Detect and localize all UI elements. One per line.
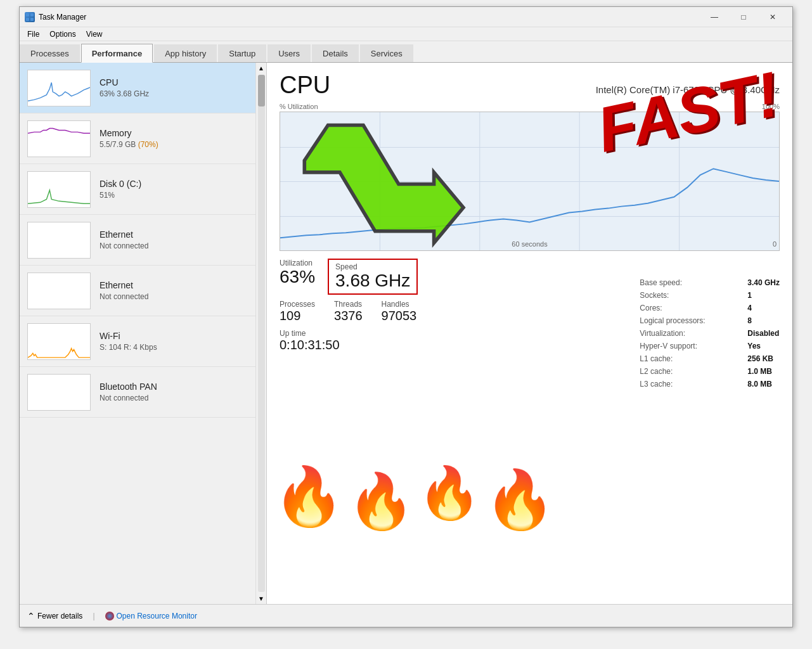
- maximize-button[interactable]: □: [729, 7, 758, 27]
- cpu-thumb: [27, 70, 91, 106]
- scroll-down-button[interactable]: ▼: [256, 593, 267, 604]
- flame1: 🔥: [273, 468, 344, 528]
- ethernet1-name: Ethernet: [100, 229, 259, 240]
- sidebar-item-bluetooth[interactable]: Bluetooth PAN Not connected: [20, 367, 266, 418]
- logical-processors-val: 8: [747, 316, 752, 325]
- speed-label: Speed: [335, 262, 410, 271]
- cpu-info: CPU 63% 3.68 GHz: [100, 77, 259, 98]
- minimize-button[interactable]: —: [700, 7, 729, 27]
- sidebar-item-wifi[interactable]: Wi-Fi S: 104 R: 4 Kbps: [20, 316, 266, 367]
- l1-cache-key: L1 cache:: [640, 354, 735, 363]
- cpu-stat: 63% 3.68 GHz: [100, 89, 259, 98]
- sidebar-item-ethernet1[interactable]: Ethernet Not connected: [20, 215, 266, 266]
- tab-app-history[interactable]: App history: [154, 44, 217, 62]
- chart-labels: % Utilization 100%: [280, 103, 780, 110]
- processes-label: Processes: [280, 300, 315, 309]
- tab-users[interactable]: Users: [267, 44, 311, 62]
- utilization-value: 63%: [280, 267, 315, 287]
- bluetooth-name: Bluetooth PAN: [100, 382, 259, 392]
- sidebar-scrollbar[interactable]: ▲ ▼: [255, 63, 266, 604]
- app-icon: [25, 12, 35, 22]
- wifi-name: Wi-Fi: [100, 331, 259, 341]
- l3-cache-key: L3 cache:: [640, 380, 735, 389]
- sidebar-item-cpu[interactable]: CPU 63% 3.68 GHz: [20, 63, 266, 113]
- cpu-model: Intel(R) Core(TM) i7-6700 CPU @ 3.40GHz: [596, 84, 780, 95]
- bluetooth-stat: Not connected: [100, 394, 259, 402]
- processes-value: 109: [280, 309, 315, 323]
- scroll-thumb[interactable]: [258, 75, 265, 106]
- bottom-bar: ⌃ Fewer details | Open Resource Monitor: [20, 604, 792, 627]
- l3-cache-val: 8.0 MB: [747, 380, 772, 389]
- processes-stat-col: Processes 109: [280, 300, 315, 323]
- tab-processes[interactable]: Processes: [20, 44, 80, 62]
- hyper-v-key: Hyper-V support:: [640, 342, 735, 350]
- titlebar: Task Manager — □ ✕: [20, 7, 792, 27]
- menubar: File Options View: [20, 27, 792, 41]
- disk-name: Disk 0 (C:): [100, 179, 259, 189]
- tab-services[interactable]: Services: [360, 44, 413, 62]
- svg-rect-3: [30, 18, 34, 21]
- cores-val: 4: [747, 304, 752, 312]
- base-speed-val: 3.40 GHz: [747, 278, 780, 287]
- handles-label: Handles: [382, 300, 417, 309]
- task-manager-window: Task Manager — □ ✕ File Options View Pro…: [19, 6, 793, 627]
- svg-rect-2: [26, 18, 29, 21]
- memory-thumb: [27, 120, 91, 157]
- sidebar: CPU 63% 3.68 GHz Memory 5.5/7.9 GB (70%): [20, 63, 267, 604]
- l1-cache-val: 256 KB: [747, 354, 773, 363]
- flame4: 🔥: [484, 471, 555, 528]
- flame2: 🔥: [347, 474, 415, 528]
- sidebar-item-ethernet2[interactable]: Ethernet Not connected: [20, 266, 266, 316]
- chart-y-max: 100%: [762, 103, 780, 110]
- svg-rect-0: [26, 13, 29, 16]
- cpu-name: CPU: [100, 77, 259, 87]
- sidebar-item-disk[interactable]: Disk 0 (C:) 51%: [20, 164, 266, 215]
- sockets-val: 1: [747, 291, 752, 300]
- flame3: 🔥: [418, 468, 481, 528]
- cores-key: Cores:: [640, 304, 735, 312]
- memory-name: Memory: [100, 128, 259, 138]
- main-content: CPU 63% 3.68 GHz Memory 5.5/7.9 GB (70%): [20, 63, 792, 604]
- cpu-chart-section: % Utilization 100%: [280, 103, 780, 251]
- threads-label: Threads: [334, 300, 363, 309]
- cpu-info-table: Base speed: 3.40 GHz Sockets: 1 Cores: 4…: [640, 278, 780, 392]
- ethernet1-info: Ethernet Not connected: [100, 229, 259, 250]
- menu-options[interactable]: Options: [44, 29, 81, 40]
- sidebar-item-memory[interactable]: Memory 5.5/7.9 GB (70%): [20, 113, 266, 164]
- bluetooth-info: Bluetooth PAN Not connected: [100, 382, 259, 402]
- info-hyper-v: Hyper-V support: Yes: [640, 342, 780, 350]
- fewer-details-button[interactable]: ⌃ Fewer details: [27, 611, 82, 621]
- ethernet1-thumb: [27, 222, 91, 259]
- memory-stat: 5.5/7.9 GB (70%): [100, 140, 259, 149]
- l2-cache-val: 1.0 MB: [747, 367, 772, 376]
- window-title: Task Manager: [39, 13, 700, 22]
- close-button[interactable]: ✕: [758, 7, 787, 27]
- disk-info: Disk 0 (C:) 51%: [100, 179, 259, 200]
- disk-stat: 51%: [100, 191, 259, 200]
- speed-stat: Speed 3.68 GHz: [328, 259, 418, 295]
- tab-performance[interactable]: Performance: [81, 44, 153, 63]
- scroll-up-button[interactable]: ▲: [256, 63, 267, 74]
- sockets-key: Sockets:: [640, 291, 735, 300]
- base-speed-key: Base speed:: [640, 278, 735, 287]
- info-logical-processors: Logical processors: 8: [640, 316, 780, 325]
- tab-details[interactable]: Details: [312, 44, 359, 62]
- tab-startup[interactable]: Startup: [218, 44, 266, 62]
- info-l3-cache: L3 cache: 8.0 MB: [640, 380, 780, 389]
- chevron-up-icon: ⌃: [27, 611, 35, 621]
- chart-x-label: 60 seconds: [512, 240, 547, 248]
- virtualization-key: Virtualization:: [640, 329, 735, 338]
- chart-y-min: 0: [773, 240, 777, 248]
- chart-y-label: % Utilization: [280, 103, 318, 110]
- ethernet2-stat: Not connected: [100, 292, 259, 301]
- menu-file[interactable]: File: [22, 29, 44, 40]
- open-resource-monitor-button[interactable]: Open Resource Monitor: [105, 612, 197, 620]
- info-base-speed: Base speed: 3.40 GHz: [640, 278, 780, 287]
- cpu-utilization-chart: 60 seconds 0: [280, 112, 780, 251]
- fewer-details-label: Fewer details: [37, 612, 82, 620]
- info-virtualization: Virtualization: Disabled: [640, 329, 780, 338]
- bluetooth-thumb: [27, 374, 91, 411]
- detail-panel: FAST! 🔥 🔥 🔥 🔥 CPU Intel(R) Core(TM) i7-6…: [267, 63, 792, 604]
- svg-rect-1: [30, 13, 34, 16]
- menu-view[interactable]: View: [81, 29, 108, 40]
